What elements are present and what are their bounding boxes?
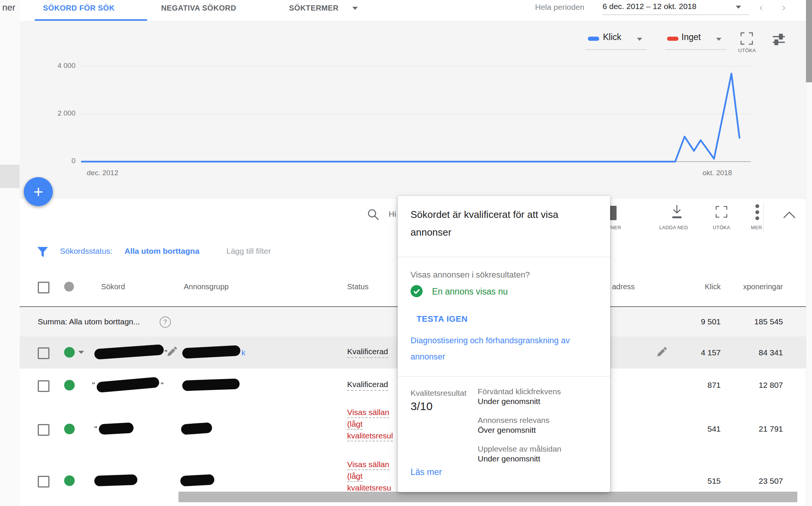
summary-label: Summa: Alla utom borttagn... (38, 307, 140, 336)
header-status[interactable]: Status (347, 267, 369, 306)
x-tick-start: dec. 2012 (87, 169, 118, 177)
header-final-url-clipped[interactable]: adress (612, 267, 635, 306)
tab-search-terms[interactable]: SÖKTERMER (289, 4, 338, 12)
date-preset-label: Hela perioden (535, 3, 584, 12)
summary-impressions: 185 545 (726, 307, 783, 336)
status-caret-icon[interactable] (78, 351, 84, 354)
metric-value: Under genomsnitt (478, 396, 602, 406)
search-icon[interactable] (367, 208, 380, 221)
plus-icon: + (34, 182, 43, 201)
row-checkbox[interactable] (38, 347, 49, 359)
date-range-value[interactable]: 6 dec. 2012 – 12 okt. 2018 (603, 2, 697, 11)
chart-settings-icon[interactable] (772, 33, 786, 46)
search-clipped-text[interactable]: Hi (389, 210, 396, 219)
legend-inget-caret-icon[interactable] (716, 38, 721, 41)
ad-group-clipped-char[interactable]: k (241, 336, 246, 369)
row-impressions: 21 791 (726, 402, 783, 456)
header-clicks[interactable]: Klick (664, 267, 721, 306)
legend-klick-caret-icon[interactable] (637, 38, 642, 41)
test-again-button[interactable]: TESTA IGEN (417, 314, 468, 324)
date-range-underline (603, 14, 749, 15)
header-keyword[interactable]: Sökord (101, 267, 125, 306)
metric-label: Annonsens relevans (478, 415, 602, 425)
date-prev-chevron-icon[interactable]: ‹ (759, 1, 763, 14)
redacted-keyword (94, 474, 138, 486)
y-tick-4000: 4 000 (40, 62, 75, 70)
y-tick-2000: 2 000 (40, 109, 75, 117)
row-clicks: 871 (664, 369, 721, 402)
redacted-ad-group (181, 422, 212, 435)
tab-keywords[interactable]: SÖKORD FÖR SÖK (43, 4, 115, 12)
keyword-diagnosis-popup: Sökordet är kvalificerat för att visa an… (398, 196, 610, 492)
left-rail-highlight (0, 165, 20, 188)
legend-klick-pill (588, 37, 599, 41)
help-icon[interactable]: ? (160, 316, 171, 328)
expand-table-icon[interactable] (715, 206, 727, 218)
search-terms-caret-icon[interactable] (352, 7, 358, 10)
redacted-ad-group (182, 378, 240, 391)
row-checkbox[interactable] (38, 476, 49, 487)
metric-label: Upplevelse av målsidan (478, 444, 602, 454)
status-enabled-dot[interactable] (64, 380, 75, 390)
download-label[interactable]: LADDA NED (659, 225, 688, 230)
tab-negative-keywords[interactable]: NEGATIVA SÖKORD (161, 4, 236, 12)
metric-value: Under genomsnitt (478, 454, 602, 464)
row-status: Kvalificerad (347, 336, 388, 369)
legend-inget-label[interactable]: Inget (681, 32, 701, 42)
more-icon[interactable] (755, 204, 760, 221)
check-circle-icon (411, 285, 423, 297)
popup-divider (398, 376, 610, 376)
collapse-chevron-icon[interactable] (783, 210, 796, 219)
filter-status-value[interactable]: Alla utom borttagna (125, 247, 199, 256)
row-impressions: 12 807 (726, 369, 783, 402)
popup-question: Visas annonsen i sökresultaten? (411, 270, 530, 280)
quality-score-label: Kvalitetsresultat (411, 389, 466, 398)
popup-divider (398, 257, 610, 257)
read-more-link[interactable]: Läs mer (411, 467, 442, 477)
row-clicks: 541 (664, 402, 721, 456)
redacted-keyword (94, 344, 164, 360)
add-filter-button[interactable]: Lägg till filter (226, 247, 271, 256)
status-filter-dot[interactable] (64, 282, 74, 292)
filter-funnel-icon (37, 247, 48, 259)
more-label[interactable]: MER (751, 225, 762, 230)
legend-inget-pill (667, 37, 678, 41)
metric-value: Över genomsnitt (478, 425, 602, 435)
select-all-checkbox[interactable] (38, 282, 49, 293)
filter-status-label[interactable]: Sökordsstatus: (60, 247, 112, 256)
x-tick-end: okt. 2018 (703, 169, 732, 177)
clicks-line-chart (81, 45, 751, 177)
horizontal-scrollbar[interactable] (178, 492, 797, 502)
keyword-quote: " (92, 369, 95, 402)
expand-table-label[interactable]: UTÖKA (713, 225, 730, 230)
status-enabled-dot[interactable] (64, 475, 75, 486)
status-enabled-dot[interactable] (64, 424, 75, 434)
legend-klick-label[interactable]: Klick (603, 32, 621, 42)
diagnosis-link[interactable]: Diagnostisering och förhandsgranskning a… (411, 332, 594, 365)
row-clicks: 4 157 (664, 336, 721, 369)
date-next-chevron-icon[interactable]: › (782, 1, 786, 14)
add-keyword-fab[interactable]: + (24, 177, 53, 206)
y-tick-0: 0 (40, 157, 75, 165)
download-icon[interactable] (669, 204, 684, 220)
columns-clipped-label[interactable]: NER (611, 225, 621, 230)
row-status: Kvalificerad (347, 369, 388, 402)
row-impressions: 84 341 (726, 336, 783, 369)
vertical-scrollbar-thumb[interactable] (806, 0, 812, 82)
toolbar-divider (763, 202, 764, 233)
chart-expand-icon[interactable] (740, 32, 753, 45)
quality-score-value: 3/10 (411, 400, 432, 413)
status-enabled-dot[interactable] (64, 347, 75, 358)
row-checkbox[interactable] (38, 380, 49, 392)
header-impressions-clipped[interactable]: xponeringar (726, 267, 783, 306)
left-rail-clipped-text: ner (2, 2, 15, 13)
quality-metrics: Förväntad klickfrekvens Under genomsnitt… (478, 387, 602, 464)
row-checkbox[interactable] (38, 424, 49, 436)
header-ad-group[interactable]: Annonsgrupp (184, 267, 229, 306)
date-range-caret-icon[interactable] (736, 6, 741, 9)
redacted-ad-group (180, 474, 214, 487)
popup-title: Sökordet är kvalificerat för att visa an… (411, 206, 590, 241)
keyword-quote: " (161, 369, 163, 402)
keyword-quote: " (94, 402, 97, 456)
edit-pencil-icon[interactable] (166, 346, 177, 358)
